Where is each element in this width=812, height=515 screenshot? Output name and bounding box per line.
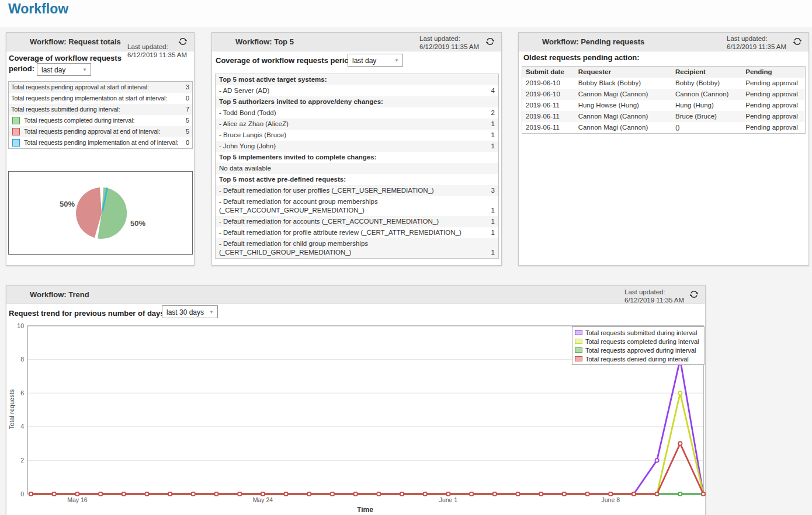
series-color-swatch <box>12 128 20 135</box>
top5-row: - Bruce Langis (Bruce)1 <box>216 130 498 141</box>
last-updated: Last updated: 6/12/2019 11:35 AM <box>419 34 479 51</box>
table-cell: Hung Howse (Hung) <box>575 100 672 111</box>
top5-section-header: Top 5 authorizers invited to approve/den… <box>216 96 498 107</box>
top5-value: 1 <box>488 248 495 257</box>
panel-title: Workflow: Top 5 <box>235 33 294 51</box>
top5-label: - Alice az Zhao (AliceZ) <box>219 120 488 128</box>
top5-row: - Todd Bond (Todd)2 <box>216 107 498 119</box>
stat-row: Total requests pending approval at start… <box>9 82 192 93</box>
top5-value: 3 <box>488 186 495 195</box>
period-select[interactable]: last day ▼ <box>37 63 91 76</box>
y-axis-label: Total requests <box>8 389 15 429</box>
table-cell: 2019-06-11 <box>522 111 575 122</box>
pending-requests-table: Submit dateRequesterRecipientPending 201… <box>522 66 806 134</box>
top5-row: No data available <box>216 163 498 174</box>
pie-label: 50% <box>130 219 145 228</box>
table-row: 2019-06-11Cannon Magi (Cannon)Bruce (Bru… <box>522 111 806 122</box>
top5-value: 1 <box>488 120 495 128</box>
legend-label: Total requests completed during interval <box>585 338 699 345</box>
panel-request-totals: Workflow: Request totals Last updated: 6… <box>6 32 195 266</box>
refresh-icon <box>689 290 699 299</box>
top5-label: No data available <box>219 164 488 173</box>
request-totals-stats: Total requests pending approval at start… <box>8 81 193 149</box>
table-header-row: Submit dateRequesterRecipientPending <box>522 67 806 78</box>
column-header: Submit date <box>522 67 575 78</box>
top5-label: Top 5 most active target systems: <box>219 75 488 84</box>
last-updated-label: Last updated: <box>127 43 187 51</box>
table-cell: 2019-06-11 <box>522 122 575 134</box>
chevron-down-icon: ▼ <box>209 306 214 319</box>
last-updated-label: Last updated: <box>419 34 479 43</box>
top5-label: - AD Server (AD) <box>219 86 488 95</box>
page-title: Workflow <box>8 1 68 17</box>
top5-label: - Todd Bond (Todd) <box>219 109 488 117</box>
period-select[interactable]: last day ▼ <box>348 54 403 67</box>
trend-days-select-value: last 30 days <box>166 308 204 316</box>
pending-heading: Oldest requests pending action: <box>523 53 640 62</box>
legend-item: Total requests denied during interval <box>575 354 702 363</box>
table-cell: Cannon (Cannon) <box>672 89 742 100</box>
panel-title: Workflow: Request totals <box>30 33 121 51</box>
top5-row: - AD Server (AD)4 <box>216 85 498 96</box>
legend-label: Total requests submitted during interval <box>585 329 697 336</box>
top5-row: - Default remediation for child group me… <box>216 238 498 258</box>
stat-label: Total requests submitted during interval… <box>11 105 182 114</box>
series-color-swatch <box>12 139 20 147</box>
top5-label: - Default remediation for accounts (_CER… <box>219 217 488 226</box>
refresh-button[interactable] <box>689 290 699 300</box>
top5-label: Top 5 most active pre-defined requests: <box>219 175 488 184</box>
legend-item: Total requests approved during interval <box>575 346 702 354</box>
svg-text:0: 0 <box>20 490 24 497</box>
stat-value: 5 <box>182 116 189 125</box>
last-updated-value: 6/12/2019 11:35 AM <box>727 43 786 51</box>
table-cell: 2019-06-11 <box>522 100 575 111</box>
last-updated-value: 6/12/2019 11:35 AM <box>624 296 684 304</box>
refresh-icon <box>793 37 802 46</box>
page-header-strip <box>0 0 812 27</box>
last-updated-value: 6/12/2019 11:35 AM <box>419 43 479 51</box>
stat-value: 7 <box>182 105 189 114</box>
table-cell: () <box>672 122 742 134</box>
stat-row: Total requests completed during interval… <box>9 115 192 126</box>
legend-label: Total requests approved during interval <box>585 347 696 354</box>
table-cell: Bobby (Bobby) <box>672 78 742 89</box>
top5-label: - Bruce Langis (Bruce) <box>219 131 488 140</box>
last-updated: Last updated: 6/12/2019 11:35 AM <box>624 288 684 304</box>
top5-label: - Default remediation for account group … <box>219 197 488 215</box>
top5-row: - Default remediation for account group … <box>216 196 498 216</box>
panel-title: Workflow: Pending requests <box>542 33 644 51</box>
top5-row: - Default remediation for accounts (_CER… <box>216 216 498 227</box>
table-cell: Bobby Black (Bobby) <box>575 78 672 89</box>
top5-value: 4 <box>488 86 495 95</box>
refresh-button[interactable] <box>792 37 803 47</box>
table-row: 2019-06-11Hung Howse (Hung)Hung (Hung)Pe… <box>522 100 806 111</box>
stat-value: 5 <box>182 127 189 136</box>
svg-text:8: 8 <box>20 356 24 363</box>
top5-section-header: Top 5 most active target systems: <box>216 74 498 85</box>
period-label: Request trend for previous number of day… <box>9 309 167 318</box>
svg-text:June 1: June 1 <box>439 496 458 503</box>
svg-text:2: 2 <box>20 457 24 464</box>
table-cell: Cannon Magi (Cannon) <box>575 89 672 100</box>
table-cell: 2019-06-10 <box>522 89 575 100</box>
trend-days-select[interactable]: last 30 days ▼ <box>162 305 218 318</box>
top5-value: 2 <box>488 109 495 117</box>
column-header: Recipient <box>672 67 742 78</box>
top5-value: 1 <box>488 131 495 140</box>
stat-label: Total requests pending implementation at… <box>24 138 182 147</box>
top5-label: - John Yung (John) <box>219 142 488 151</box>
stat-value: 3 <box>182 83 189 92</box>
table-cell: Pending approval <box>742 122 805 134</box>
series-color-swatch <box>12 117 20 124</box>
refresh-button[interactable] <box>485 37 495 47</box>
stat-label: Total requests pending approval at end o… <box>24 127 182 136</box>
top5-label: - Default remediation for profile attrib… <box>219 228 488 237</box>
legend-item: Total requests submitted during interval <box>575 328 702 337</box>
column-header: Pending <box>742 67 805 78</box>
legend-label: Total requests denied during interval <box>585 356 689 363</box>
table-cell: Cannon Magi (Cannon) <box>575 122 672 134</box>
chevron-down-icon: ▼ <box>82 64 87 76</box>
trend-chart-area: 0246810May 16May 24June 1June 8Total req… <box>6 322 706 515</box>
stat-row: Total requests pending implementation at… <box>9 93 192 104</box>
stat-label: Total requests pending approval at start… <box>11 83 182 92</box>
